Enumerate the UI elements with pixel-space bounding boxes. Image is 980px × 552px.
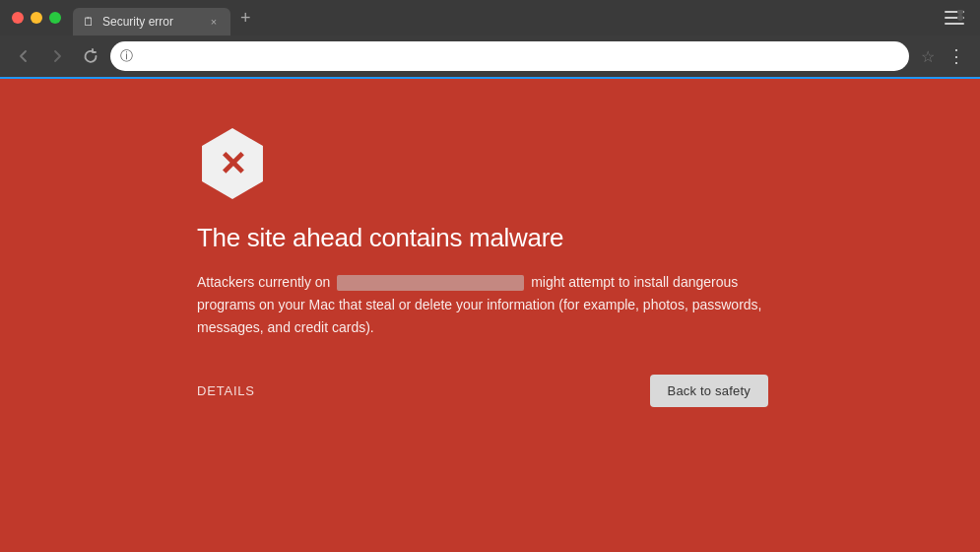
bookmark-icon[interactable]: ☆ <box>921 47 935 66</box>
svg-rect-2 <box>945 23 964 25</box>
minimize-button[interactable] <box>31 12 42 24</box>
browser-tab[interactable]: 🗒 Security error × <box>73 8 230 35</box>
error-body: Attackers currently on might attempt to … <box>197 271 768 339</box>
browser-toolbar: ⓘ ☆ ⋮ <box>0 35 980 79</box>
browser-menu-button[interactable]: ⋮ <box>943 42 970 70</box>
close-button[interactable] <box>12 12 24 24</box>
info-icon: ⓘ <box>120 47 133 65</box>
titlebar: 🗒 Security error × + <box>0 0 980 35</box>
maximize-button[interactable] <box>49 12 61 24</box>
tab-close-icon[interactable]: × <box>207 15 221 29</box>
error-heading: The site ahead contains malware <box>197 223 768 253</box>
address-bar[interactable]: ⓘ <box>110 41 909 71</box>
address-input[interactable] <box>139 49 899 64</box>
redacted-url <box>337 275 524 291</box>
tab-title: Security error <box>102 15 201 29</box>
traffic-lights <box>12 12 61 24</box>
back-to-safety-button[interactable]: Back to safety <box>650 375 768 407</box>
error-actions: DETAILS Back to safety <box>197 375 768 407</box>
window-menu-button[interactable] <box>941 4 968 32</box>
svg-point-3 <box>957 10 963 15</box>
warning-icon: ✕ <box>197 128 268 199</box>
back-nav-button[interactable] <box>10 42 37 70</box>
tab-favicon-icon: 🗒 <box>83 15 97 29</box>
forward-nav-button[interactable] <box>43 42 71 70</box>
error-page: ✕ The site ahead contains malware Attack… <box>0 79 980 552</box>
details-link[interactable]: DETAILS <box>197 383 255 398</box>
x-icon: ✕ <box>219 147 246 180</box>
error-content: ✕ The site ahead contains malware Attack… <box>197 128 768 407</box>
reload-button[interactable] <box>77 42 104 70</box>
new-tab-button[interactable]: + <box>236 8 255 29</box>
body-before: Attackers currently on <box>197 274 330 290</box>
svg-point-4 <box>957 15 963 21</box>
